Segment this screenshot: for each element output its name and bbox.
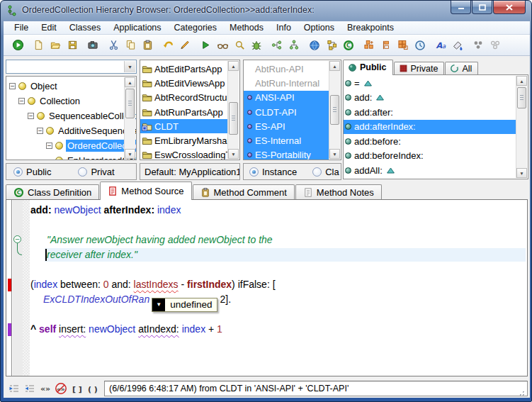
method-item[interactable]: add:before:: [344, 134, 516, 149]
scroll-down-icon[interactable]: ▼: [516, 168, 527, 178]
screenshot-icon[interactable]: [84, 37, 101, 54]
time-icon[interactable]: [412, 37, 429, 54]
scrollbar-thumb[interactable]: [330, 95, 339, 125]
ownership-tree-icon[interactable]: [323, 37, 340, 54]
menu-edit[interactable]: Edit: [35, 21, 63, 35]
scroll-down-icon[interactable]: ▼: [228, 149, 239, 159]
add-part-icon[interactable]: [361, 37, 378, 54]
methods-list[interactable]: =add:add:after:add:afterIndex:add:before…: [343, 74, 528, 179]
paste-icon[interactable]: [139, 37, 156, 54]
class-filter-combobox[interactable]: ▼: [6, 60, 137, 74]
scrollbar-thumb[interactable]: [125, 89, 135, 118]
no-quotes-icon[interactable]: «»: [53, 381, 69, 396]
color-fill-icon[interactable]: [449, 37, 466, 54]
application-item[interactable]: EswCrossloadingTo: [140, 148, 227, 160]
class-radio[interactable]: [312, 167, 322, 177]
application-item[interactable]: AbtRecordStructure: [140, 91, 227, 105]
scroll-down-icon[interactable]: ▼: [125, 149, 135, 159]
scroll-up-icon[interactable]: ▲: [125, 77, 135, 87]
scrollbar[interactable]: ▲▼: [227, 61, 239, 159]
scrollbar[interactable]: ▲▼: [124, 77, 135, 159]
inspect-icon[interactable]: [214, 37, 231, 54]
globe-icon[interactable]: [306, 37, 323, 54]
public-radio[interactable]: [13, 167, 23, 177]
category-item[interactable]: CLDT-API: [244, 105, 329, 119]
parens-icon[interactable]: ( ): [84, 381, 100, 396]
undo-icon[interactable]: [159, 37, 176, 54]
save-icon[interactable]: [64, 37, 81, 54]
highlight-icon[interactable]: [176, 37, 193, 54]
application-item[interactable]: CLDT: [140, 119, 227, 133]
application-item[interactable]: AbtEditPartsApp: [140, 62, 227, 76]
menu-breakpoints[interactable]: Breakpoints: [341, 21, 400, 35]
fold-collapse-icon[interactable]: –: [13, 235, 21, 243]
category-item[interactable]: AbtRun-Internal: [244, 76, 329, 90]
method-item[interactable]: add:after:: [344, 105, 516, 120]
hierarchy-vertical-icon[interactable]: [285, 37, 302, 54]
new-document-icon[interactable]: [30, 37, 47, 54]
title-bar[interactable]: OrderedCollection Hierarchy Browser: Ord…: [1, 1, 531, 21]
tab-all[interactable]: All: [445, 62, 478, 75]
close-button[interactable]: [493, 1, 526, 14]
category-item[interactable]: ES-API: [244, 119, 329, 133]
application-item[interactable]: EmLibraryMarshalle: [140, 133, 227, 147]
method-item[interactable]: =: [344, 76, 516, 91]
tree-item[interactable]: –OrderedCollection: [6, 138, 124, 153]
tab-method-notes[interactable]: Method Notes: [295, 184, 382, 200]
cut-icon[interactable]: [105, 37, 122, 54]
collapse-icon[interactable]: –: [37, 128, 43, 134]
debug-icon[interactable]: [248, 37, 265, 54]
collapse-icon[interactable]: –: [9, 83, 16, 89]
menu-options[interactable]: Options: [298, 21, 341, 35]
tree-item[interactable]: –Object: [6, 79, 124, 94]
method-source-editor[interactable]: add: newObject afterIndex: index"Answer …: [6, 199, 528, 376]
tab-method-comment[interactable]: Method Comment: [193, 184, 295, 200]
parts-grid-icon[interactable]: [395, 37, 412, 54]
class-hierarchy-tree[interactable]: –Object–Collection–SequenceableCollectio…: [6, 76, 137, 160]
application-item[interactable]: AbtRunPartsApp: [140, 105, 227, 119]
indent-icon[interactable]: [22, 381, 38, 396]
scroll-up-icon[interactable]: ▲: [516, 76, 527, 86]
scrollbar[interactable]: ▲▼: [516, 76, 527, 178]
categories-list[interactable]: AbtRun-APIAbtRun-InternalANSI-APICLDT-AP…: [243, 60, 341, 160]
tree-item[interactable]: –AdditiveSequenceabl: [6, 123, 124, 138]
category-item[interactable]: ES-Portability: [244, 148, 329, 160]
collapse-icon[interactable]: –: [18, 98, 25, 104]
menu-methods[interactable]: Methods: [223, 21, 270, 35]
menu-applications[interactable]: Applications: [107, 21, 167, 35]
method-item[interactable]: add:afterIndex:: [344, 120, 516, 135]
scrollbar-thumb[interactable]: [517, 87, 526, 108]
font-icon[interactable]: Aa: [432, 37, 449, 54]
class-icon[interactable]: C: [340, 37, 357, 54]
scroll-down-icon[interactable]: ▼: [329, 149, 340, 159]
method-item[interactable]: add:beforeIndex:: [344, 149, 516, 164]
run-icon[interactable]: [9, 37, 26, 54]
copy-icon[interactable]: [122, 37, 139, 54]
scroll-up-icon[interactable]: ▲: [228, 61, 239, 71]
collapse-icon[interactable]: –: [46, 143, 52, 149]
tree-item[interactable]: EpUnorderedCollec: [6, 153, 124, 160]
brackets-icon[interactable]: [ ]: [69, 381, 84, 396]
search-icon[interactable]: [231, 37, 248, 54]
collapse-icon[interactable]: –: [28, 113, 34, 119]
menu-file[interactable]: File: [8, 21, 35, 35]
private-radio[interactable]: [78, 167, 87, 177]
maximize-button[interactable]: [472, 1, 492, 14]
scrollbar[interactable]: ▲▼: [329, 61, 340, 159]
menu-classes[interactable]: Classes: [63, 21, 107, 35]
ungroup-icon[interactable]: [487, 37, 504, 54]
tree-item[interactable]: –Collection: [6, 94, 124, 108]
minimize-button[interactable]: [451, 1, 471, 14]
group-icon[interactable]: [470, 37, 487, 54]
method-item[interactable]: addAll:after:: [344, 178, 516, 180]
scroll-up-icon[interactable]: ▲: [329, 61, 340, 71]
menu-info[interactable]: Info: [270, 21, 298, 35]
method-item[interactable]: addAll:: [344, 163, 516, 178]
chevron-down-icon[interactable]: ▼: [124, 61, 135, 72]
tab-method-source[interactable]: Method Source: [100, 182, 191, 200]
application-item[interactable]: AbtEditViewsApp: [140, 76, 227, 90]
hierarchy-horizontal-icon[interactable]: [268, 37, 285, 54]
anchor-part-icon[interactable]: [378, 37, 395, 54]
scrollbar-thumb[interactable]: [229, 102, 238, 135]
tab-public[interactable]: Public: [343, 60, 393, 75]
